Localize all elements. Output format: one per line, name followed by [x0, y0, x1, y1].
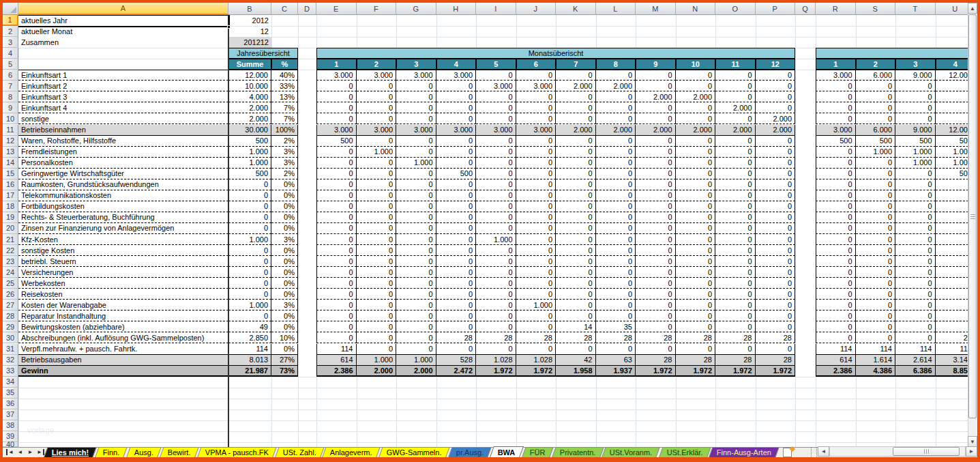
- cell-I28[interactable]: 0: [476, 311, 516, 321]
- cell-G25[interactable]: 0: [396, 278, 436, 289]
- cell-I17[interactable]: 0: [476, 190, 516, 201]
- cell-I31[interactable]: 0: [476, 344, 516, 355]
- cell-I29[interactable]: 0: [476, 321, 516, 332]
- cell-K25[interactable]: 0: [556, 278, 596, 289]
- cell-J6[interactable]: 0: [516, 70, 556, 81]
- column-header-H[interactable]: H: [436, 3, 477, 15]
- cell-B13[interactable]: 1.000: [228, 147, 271, 158]
- cell-O11[interactable]: 2.000: [715, 125, 756, 136]
- cell-F6[interactable]: 3.000: [357, 70, 397, 81]
- cell-A27[interactable]: Kosten der Warenabgabe: [18, 300, 228, 311]
- cell-C29[interactable]: 0%: [271, 321, 298, 332]
- cell-B7[interactable]: 10.000: [228, 81, 271, 91]
- cell-F28[interactable]: 0: [357, 311, 397, 321]
- cell-C17[interactable]: 0%: [271, 190, 298, 201]
- cell-A14[interactable]: Personalkosten: [18, 158, 228, 169]
- cell-K16[interactable]: 0: [556, 179, 596, 190]
- cell-J11[interactable]: 3.000: [516, 125, 556, 136]
- cell-A16[interactable]: Raumkosten, Grundstücksaufwendungen: [18, 179, 228, 190]
- column-header-T[interactable]: T: [895, 3, 936, 15]
- cell-O16[interactable]: 0: [715, 179, 756, 190]
- cell-B25[interactable]: 0: [228, 278, 271, 289]
- cell-P8[interactable]: 0: [756, 91, 796, 102]
- cell-L11[interactable]: 2.000: [596, 125, 636, 136]
- cell-L26[interactable]: 0: [596, 289, 636, 300]
- row-header-12[interactable]: 12: [3, 136, 18, 147]
- cell-I20[interactable]: 0: [476, 223, 516, 234]
- cell-S23[interactable]: 0: [856, 256, 896, 267]
- cell-T18[interactable]: 0: [895, 201, 936, 212]
- cell-T24[interactable]: 0: [895, 267, 936, 278]
- cell-A19[interactable]: Rechts- & Steuerberatung, Buchführung: [18, 212, 228, 223]
- cell-C25[interactable]: 0%: [271, 278, 298, 289]
- cell-A26[interactable]: Reisekosten: [18, 289, 228, 300]
- cell-G12[interactable]: 0: [396, 136, 436, 147]
- cell-B2[interactable]: 12: [228, 26, 271, 37]
- cell-H8[interactable]: 0: [436, 91, 477, 102]
- cell-M30[interactable]: 28: [636, 332, 676, 343]
- cell-G29[interactable]: 0: [396, 321, 436, 332]
- cell-P14[interactable]: 0: [756, 158, 796, 169]
- row-header-18[interactable]: 18: [3, 201, 18, 212]
- cell-S27[interactable]: 0: [856, 300, 896, 311]
- cell-M18[interactable]: 0: [636, 201, 676, 212]
- cell-I19[interactable]: 0: [476, 212, 516, 223]
- row-header-30[interactable]: 30: [3, 332, 18, 343]
- cell-K13[interactable]: 0: [556, 147, 596, 158]
- cell-P11[interactable]: 2.000: [756, 125, 796, 136]
- cell-N30[interactable]: 28: [676, 332, 716, 343]
- cell-L12[interactable]: 0: [596, 136, 636, 147]
- previous-sheet-button[interactable]: ◄: [15, 448, 25, 457]
- cell-P12[interactable]: 0: [756, 136, 796, 147]
- cell-T32[interactable]: 2.614: [895, 355, 936, 366]
- cell-F33[interactable]: 2.000: [357, 366, 397, 377]
- cell-N18[interactable]: 0: [676, 201, 716, 212]
- cell-E18[interactable]: 0: [316, 201, 357, 212]
- cell-T8[interactable]: 0: [895, 91, 936, 102]
- cell-A6[interactable]: Einkunftsart 1: [18, 70, 228, 81]
- cell-F15[interactable]: 0: [357, 169, 397, 179]
- sheet-tab-bwa[interactable]: BWA: [490, 446, 523, 457]
- cell-A17[interactable]: Telekommunikationskosten: [18, 190, 228, 201]
- cell-R6[interactable]: 3.000: [816, 70, 856, 81]
- cell-T31[interactable]: 114: [895, 344, 936, 355]
- cell-R32[interactable]: 614: [816, 355, 856, 366]
- sheet-tab-pr-ausg-[interactable]: pr.Ausg.: [448, 447, 492, 457]
- cell-N14[interactable]: 0: [676, 158, 716, 169]
- cell-R14[interactable]: 0: [816, 158, 856, 169]
- cell-G16[interactable]: 0: [396, 179, 436, 190]
- cell-N23[interactable]: 0: [676, 256, 716, 267]
- row-header-29[interactable]: 29: [3, 321, 18, 332]
- cell-B20[interactable]: 0: [228, 223, 271, 234]
- cell-K12[interactable]: 0: [556, 136, 596, 147]
- cell-G28[interactable]: 0: [396, 311, 436, 321]
- cell-M26[interactable]: 0: [636, 289, 676, 300]
- cell-R18[interactable]: 0: [816, 201, 856, 212]
- cell-J9[interactable]: 0: [516, 102, 556, 113]
- cell-K7[interactable]: 2.000: [556, 81, 596, 91]
- cell-J18[interactable]: 0: [516, 201, 556, 212]
- cell-C7[interactable]: 33%: [271, 81, 298, 91]
- cell-N32[interactable]: 28: [676, 355, 716, 366]
- cell-F8[interactable]: 0: [357, 91, 397, 102]
- cell-J16[interactable]: 0: [516, 179, 556, 190]
- row-header-2[interactable]: 2: [3, 26, 18, 37]
- cell-M15[interactable]: 0: [636, 169, 676, 179]
- sheet-tab-ausg-[interactable]: Ausg.: [126, 447, 162, 457]
- cell-K19[interactable]: 0: [556, 212, 596, 223]
- cell-H30[interactable]: 28: [436, 332, 477, 343]
- cell-J15[interactable]: 0: [516, 169, 556, 179]
- cell-E8[interactable]: 0: [316, 91, 357, 102]
- cell-J10[interactable]: 0: [516, 113, 556, 124]
- cell-N19[interactable]: 0: [676, 212, 716, 223]
- cell-L14[interactable]: 0: [596, 158, 636, 169]
- cell-G27[interactable]: 0: [396, 300, 436, 311]
- cell-B26[interactable]: 0: [228, 289, 271, 300]
- first-sheet-button[interactable]: ◄: [5, 448, 15, 457]
- cell-S12[interactable]: 500: [856, 136, 896, 147]
- cell-K11[interactable]: 2.000: [556, 125, 596, 136]
- cell-A1[interactable]: aktuelles Jahr: [18, 15, 228, 26]
- cell-G30[interactable]: 0: [396, 332, 436, 343]
- cell-O20[interactable]: 0: [715, 223, 756, 234]
- cell-K14[interactable]: 0: [556, 158, 596, 169]
